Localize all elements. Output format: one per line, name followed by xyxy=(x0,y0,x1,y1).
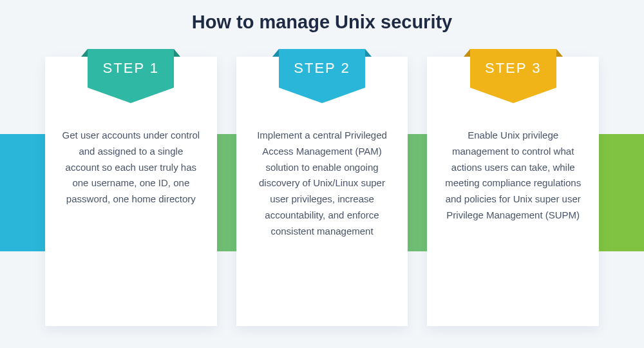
step-text-1: Get user accounts under control and assi… xyxy=(62,128,200,208)
step-text-3: Enable Unix privilege management to cont… xyxy=(444,128,582,224)
step-ribbon-1: STEP 1 xyxy=(88,49,174,103)
page-title: How to manage Unix security xyxy=(0,0,644,39)
step-ribbon-3: STEP 3 xyxy=(470,49,556,103)
step-text-2: Implement a central Privileged Access Ma… xyxy=(253,128,392,239)
ribbon-point-icon xyxy=(279,88,365,103)
ribbon-point-icon xyxy=(470,88,556,103)
ribbon-fold-right-icon xyxy=(556,49,563,57)
ribbon-fold-left-icon xyxy=(464,49,470,57)
step-card-2: STEP 2 Implement a central Privileged Ac… xyxy=(236,57,408,326)
ribbon-fold-right-icon xyxy=(365,49,372,57)
step-card-1: STEP 1 Get user accounts under control a… xyxy=(45,57,217,326)
step-card-3: STEP 3 Enable Unix privilege management … xyxy=(427,57,599,326)
ribbon-fold-right-icon xyxy=(174,49,180,57)
ribbon-fold-left-icon xyxy=(81,49,88,57)
ribbon-fold-left-icon xyxy=(272,49,279,57)
step-ribbon-2: STEP 2 xyxy=(279,49,365,103)
ribbon-point-icon xyxy=(88,88,174,103)
step-ribbon-label: STEP 3 xyxy=(470,49,556,88)
step-ribbon-label: STEP 2 xyxy=(279,49,365,88)
step-ribbon-label: STEP 1 xyxy=(88,49,174,88)
steps-row: STEP 1 Get user accounts under control a… xyxy=(0,57,644,326)
